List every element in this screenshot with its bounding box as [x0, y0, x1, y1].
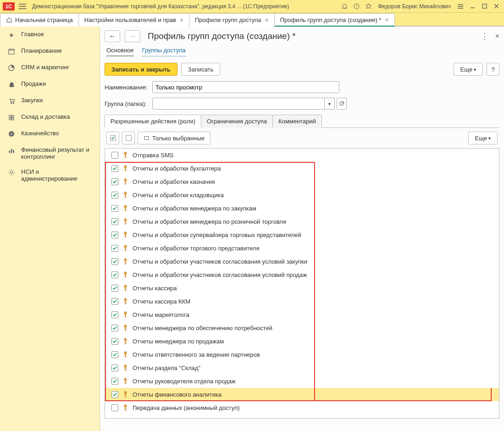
- checkbox[interactable]: [111, 365, 118, 371]
- checkbox[interactable]: [111, 378, 118, 385]
- sidebar-item-planning[interactable]: Планирование: [0, 43, 100, 60]
- svg-rect-50: [125, 287, 126, 291]
- user-name[interactable]: Федоров Борис Михайлович: [375, 3, 454, 10]
- dropdown-icon[interactable]: ▾: [325, 98, 335, 110]
- roles-more-button[interactable]: Еще: [468, 132, 498, 144]
- tab-roles[interactable]: Разрешенные действия (роли): [105, 115, 201, 128]
- role-row[interactable]: Отчеты и обработки участников согласован…: [105, 255, 499, 268]
- star-icon[interactable]: [363, 1, 373, 11]
- role-row[interactable]: Отчеты финансового аналитика: [105, 388, 499, 401]
- checkbox[interactable]: [111, 271, 118, 278]
- sidebar-item-finresult[interactable]: Финансовый результат и контроллинг: [0, 142, 100, 164]
- checkbox[interactable]: [111, 325, 118, 332]
- bell-icon[interactable]: [339, 1, 349, 11]
- tab-settings-users[interactable]: Настройки пользователей и прав ×: [78, 13, 189, 27]
- key-icon: [123, 404, 128, 411]
- svg-rect-74: [125, 394, 126, 398]
- help-button[interactable]: ?: [487, 63, 499, 76]
- role-row[interactable]: Отчеты и обработки казначея: [105, 175, 499, 188]
- sidebar-item-nsi[interactable]: НСИ и администрирование: [0, 164, 100, 186]
- checkbox[interactable]: [111, 258, 118, 265]
- role-row[interactable]: Отчеты и обработки менеджера по закупкам: [105, 202, 499, 215]
- sidebar-item-warehouse[interactable]: Склад и доставка: [0, 109, 100, 126]
- sidebar-item-main[interactable]: ★Главное: [0, 27, 100, 43]
- dash-icon[interactable]: [455, 1, 465, 11]
- svg-rect-6: [12, 115, 14, 117]
- checkbox[interactable]: [111, 338, 118, 345]
- key-icon: [123, 325, 128, 332]
- svg-point-64: [124, 352, 127, 354]
- checkbox[interactable]: [111, 245, 118, 252]
- role-row[interactable]: Отчеты и обработки торгового представите…: [105, 242, 499, 255]
- name-input[interactable]: [152, 81, 339, 93]
- svg-rect-33: [125, 210, 127, 210]
- sidebar-item-sales[interactable]: Продажи: [0, 76, 100, 93]
- more-button[interactable]: Еще: [454, 63, 483, 76]
- tab-profiles[interactable]: Профили групп доступа ×: [189, 13, 275, 27]
- checkbox[interactable]: [111, 285, 118, 292]
- checkbox[interactable]: [111, 192, 118, 199]
- role-row[interactable]: Отчеты кассира: [105, 282, 499, 295]
- group-input[interactable]: [152, 98, 325, 110]
- checkbox[interactable]: [111, 165, 118, 172]
- tab-close-icon[interactable]: ×: [180, 17, 183, 23]
- svg-rect-32: [125, 208, 126, 211]
- checkbox[interactable]: [111, 391, 118, 398]
- sidebar-item-purchases[interactable]: Закупки: [0, 93, 100, 109]
- page-title: Профиль групп доступа (создание) *: [148, 31, 296, 41]
- tab-close-icon[interactable]: ×: [265, 17, 268, 23]
- form-close-icon[interactable]: ×: [495, 32, 499, 40]
- role-row[interactable]: Отчеты маркетолога: [105, 308, 499, 321]
- write-button[interactable]: Записать: [181, 63, 221, 76]
- nav-forward-button[interactable]: →: [125, 30, 140, 42]
- role-row[interactable]: Отчеты и обработки бухгалтера: [105, 162, 499, 175]
- checkbox[interactable]: [111, 205, 118, 212]
- nav-back-button[interactable]: ←: [105, 30, 120, 42]
- role-row[interactable]: Отчеты раздела "Склад": [105, 361, 499, 375]
- tab-comment[interactable]: Комментарий: [272, 115, 322, 128]
- checkbox[interactable]: [111, 218, 118, 225]
- open-folder-icon[interactable]: [337, 98, 347, 110]
- role-label: Отчеты кассира ККМ: [133, 298, 190, 305]
- subtab-groups[interactable]: Группы доступа: [142, 47, 186, 56]
- role-row[interactable]: Отчеты и обработки менеджера по рознично…: [105, 215, 499, 228]
- subtab-main[interactable]: Основное: [106, 47, 134, 56]
- checkbox[interactable]: [111, 152, 118, 159]
- tab-restrictions[interactable]: Ограничения доступа: [201, 115, 273, 128]
- role-row[interactable]: Отправка SMS: [105, 149, 499, 162]
- checkbox[interactable]: [111, 178, 118, 185]
- form-tabbar: Разрешенные действия (роли) Ограничения …: [105, 114, 499, 128]
- role-row[interactable]: Отчеты и обработки кладовщика: [105, 188, 499, 202]
- uncheck-all-icon[interactable]: [122, 132, 135, 144]
- write-and-close-button[interactable]: Записать и закрыть: [105, 63, 177, 76]
- sidebar-item-treasury[interactable]: ₽Казначейство: [0, 126, 100, 142]
- sidebar-item-crm[interactable]: CRM и маркетинг: [0, 60, 100, 76]
- tab-close-icon[interactable]: ×: [385, 17, 388, 23]
- checkbox[interactable]: [111, 232, 118, 238]
- more-icon[interactable]: ⋮: [481, 31, 489, 41]
- checkbox[interactable]: [111, 311, 118, 318]
- role-row[interactable]: Отчеты и обработки супервайзера торговых…: [105, 228, 499, 242]
- role-row[interactable]: Отчеты и обработки участников согласован…: [105, 268, 499, 282]
- history-icon[interactable]: [351, 1, 361, 11]
- checkbox[interactable]: [111, 298, 118, 305]
- role-row[interactable]: Отчеты менеджера по обеспечению потребно…: [105, 321, 499, 335]
- role-row[interactable]: Отчеты кассира ККМ: [105, 295, 499, 308]
- checkbox[interactable]: [111, 351, 118, 358]
- only-selected-button[interactable]: Только выбранные: [138, 132, 210, 144]
- checkbox[interactable]: [111, 404, 118, 411]
- maximize-icon[interactable]: [479, 1, 489, 11]
- role-row[interactable]: Передача данных (анонимный доступ): [105, 401, 499, 414]
- role-row[interactable]: Отчеты менеджера по продажам: [105, 335, 499, 348]
- check-all-icon[interactable]: [106, 132, 119, 144]
- tab-profile-create[interactable]: Профиль групп доступа (создание) * ×: [274, 13, 395, 27]
- minimize-icon[interactable]: [467, 1, 477, 11]
- role-row[interactable]: Отчеты ответственного за ведение партнер…: [105, 348, 499, 361]
- key-icon: [123, 365, 128, 371]
- svg-rect-78: [125, 409, 127, 410]
- close-icon[interactable]: [491, 1, 501, 11]
- role-row[interactable]: Отчеты руководителя отдела продаж: [105, 375, 499, 388]
- tab-home[interactable]: Начальная страница: [0, 13, 79, 27]
- menu-icon[interactable]: [17, 1, 28, 11]
- key-icon: [123, 311, 128, 318]
